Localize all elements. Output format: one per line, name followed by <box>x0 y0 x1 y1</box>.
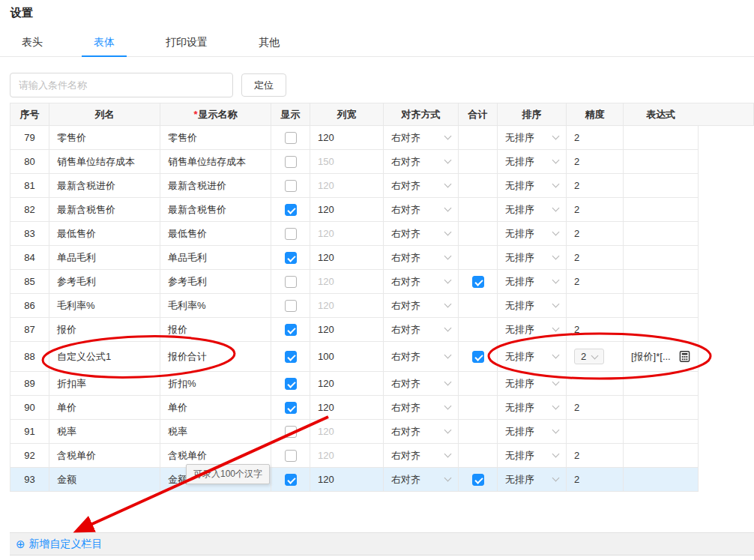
align-select[interactable]: 右对齐 <box>391 155 450 169</box>
align-select[interactable]: 右对齐 <box>391 449 450 463</box>
sort-select[interactable]: 无排序 <box>505 179 558 193</box>
sort-select[interactable]: 无排序 <box>505 251 558 265</box>
cell-col-name: 自定义公式1 <box>49 342 160 372</box>
sort-select[interactable]: 无排序 <box>505 350 558 364</box>
cell-display-name[interactable]: 报价 <box>160 318 271 342</box>
cell-width[interactable]: 120 <box>310 174 384 198</box>
sort-select[interactable]: 无排序 <box>505 227 558 241</box>
cell-display-name[interactable]: 最新含税售价 <box>160 198 271 222</box>
cell-width[interactable]: 120 <box>310 198 384 222</box>
cell-display-name[interactable]: 折扣% <box>160 372 271 396</box>
show-checkbox[interactable] <box>285 474 297 486</box>
align-select[interactable]: 右对齐 <box>391 401 450 415</box>
show-checkbox[interactable] <box>285 204 297 216</box>
cell-no: 93 <box>10 468 49 492</box>
cell-width[interactable]: 120 <box>310 246 384 270</box>
tab-1[interactable]: 表头 <box>10 29 55 57</box>
align-select[interactable]: 右对齐 <box>391 251 450 265</box>
show-checkbox[interactable] <box>285 426 297 438</box>
sum-checkbox[interactable] <box>472 351 484 363</box>
cell-width[interactable]: 120 <box>310 294 384 318</box>
chevron-down-icon <box>444 229 452 236</box>
show-checkbox[interactable] <box>285 132 297 144</box>
footer-bar: ⊕ 新增自定义栏目 <box>10 532 754 556</box>
sort-select[interactable]: 无排序 <box>505 377 558 391</box>
cell-display-name[interactable]: 单品毛利 <box>160 246 271 270</box>
show-checkbox[interactable] <box>285 228 297 240</box>
column-header-label: 排序 <box>522 109 542 120</box>
sort-select[interactable]: 无排序 <box>505 323 558 337</box>
sort-select[interactable]: 无排序 <box>505 425 558 439</box>
show-checkbox[interactable] <box>285 450 297 462</box>
sort-select[interactable]: 无排序 <box>505 473 558 487</box>
cell-col-name: 税率 <box>49 420 160 444</box>
cell-width[interactable]: 120 <box>310 126 384 150</box>
show-checkbox[interactable] <box>285 300 297 312</box>
cell-col-name: 含税单价 <box>49 444 160 468</box>
cell-width[interactable]: 120 <box>310 396 384 420</box>
locate-button[interactable]: 定位 <box>241 73 286 97</box>
cell-display-name[interactable]: 最新含税进价 <box>160 174 271 198</box>
expression-editor[interactable]: [报价]*[... <box>631 350 690 364</box>
cell-precision: 2 <box>567 198 624 222</box>
sort-select[interactable]: 无排序 <box>505 203 558 217</box>
precision-dropdown[interactable]: 2 <box>574 349 604 364</box>
align-select[interactable]: 右对齐 <box>391 179 450 193</box>
sort-select[interactable]: 无排序 <box>505 299 558 313</box>
cell-sum <box>459 198 498 222</box>
cell-width[interactable]: 120 <box>310 222 384 246</box>
sort-select[interactable]: 无排序 <box>505 275 558 289</box>
cell-width[interactable]: 120 <box>310 318 384 342</box>
align-select[interactable]: 右对齐 <box>391 227 450 241</box>
align-select[interactable]: 右对齐 <box>391 299 450 313</box>
align-select[interactable]: 右对齐 <box>391 350 450 364</box>
condition-search-input[interactable] <box>10 73 233 97</box>
cell-display-name[interactable]: 单价 <box>160 396 271 420</box>
cell-display-name[interactable]: 零售价 <box>160 126 271 150</box>
tab-3[interactable]: 打印设置 <box>154 29 220 57</box>
align-select[interactable]: 右对齐 <box>391 275 450 289</box>
show-checkbox[interactable] <box>285 378 297 390</box>
cell-display-name[interactable]: 税率 <box>160 420 271 444</box>
cell-width[interactable]: 120 <box>310 468 384 492</box>
sum-checkbox[interactable] <box>472 474 484 486</box>
chevron-down-icon <box>444 403 452 410</box>
cell-width[interactable]: 120 <box>310 270 384 294</box>
align-select[interactable]: 右对齐 <box>391 203 450 217</box>
sort-select[interactable]: 无排序 <box>505 449 558 463</box>
align-select[interactable]: 右对齐 <box>391 377 450 391</box>
show-checkbox[interactable] <box>285 156 297 168</box>
sort-select[interactable]: 无排序 <box>505 401 558 415</box>
cell-display-name[interactable]: 最低售价 <box>160 222 271 246</box>
calculator-icon[interactable] <box>679 351 690 362</box>
sum-checkbox[interactable] <box>472 276 484 288</box>
cell-display-name[interactable]: 参考毛利 <box>160 270 271 294</box>
cell-display-name[interactable]: 报价合计 <box>160 342 271 372</box>
tab-2[interactable]: 表体 <box>82 29 127 57</box>
sort-select[interactable]: 无排序 <box>505 155 558 169</box>
cell-precision: 2 <box>567 396 624 420</box>
add-custom-column-link[interactable]: ⊕ 新增自定义栏目 <box>16 538 103 551</box>
align-select[interactable]: 右对齐 <box>391 425 450 439</box>
cell-width[interactable]: 100 <box>310 342 384 372</box>
align-select[interactable]: 右对齐 <box>391 131 450 145</box>
show-checkbox[interactable] <box>285 402 297 414</box>
align-select[interactable]: 右对齐 <box>391 473 450 487</box>
show-checkbox[interactable] <box>285 180 297 192</box>
column-header-label: 精度 <box>585 109 605 120</box>
show-checkbox[interactable] <box>285 324 297 336</box>
tab-4[interactable]: 其他 <box>247 29 292 57</box>
show-checkbox[interactable] <box>285 276 297 288</box>
align-select[interactable]: 右对齐 <box>391 323 450 337</box>
cell-width[interactable]: 120 <box>310 420 384 444</box>
columns-settings-table: 序号列名*显示名称显示列宽对齐方式合计排序精度表达式 79零售价零售价120右对… <box>10 103 699 492</box>
cell-align: 右对齐 <box>384 468 459 492</box>
cell-display-name[interactable]: 销售单位结存成本 <box>160 150 271 174</box>
cell-width[interactable]: 150 <box>310 150 384 174</box>
show-checkbox[interactable] <box>285 252 297 264</box>
cell-display-name[interactable]: 毛利率% <box>160 294 271 318</box>
sort-select[interactable]: 无排序 <box>505 131 558 145</box>
cell-width[interactable]: 120 <box>310 372 384 396</box>
show-checkbox[interactable] <box>285 351 297 363</box>
cell-width[interactable]: 120 <box>310 444 384 468</box>
